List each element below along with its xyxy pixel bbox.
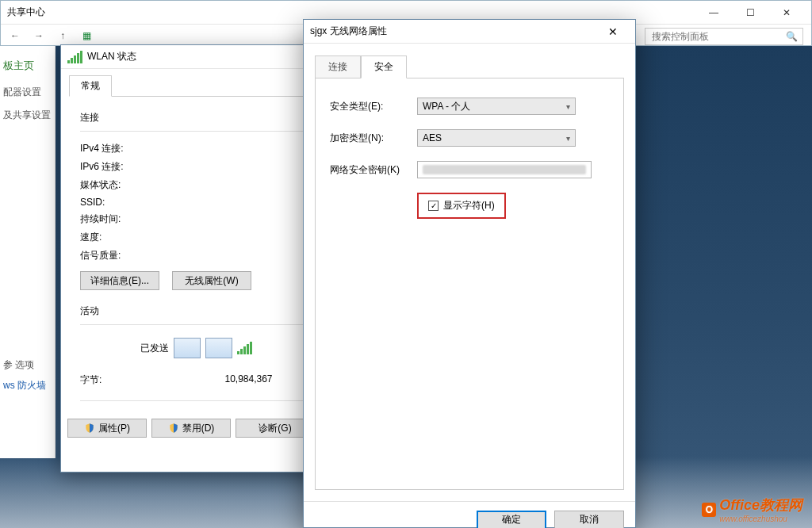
shield-icon — [84, 423, 95, 434]
wireless-properties-title: sjgx 无线网络属性 — [310, 25, 387, 38]
show-characters-highlight: ✓ 显示字符(H) — [417, 193, 506, 219]
ipv4-label: IPv4 连接: — [80, 142, 183, 155]
cancel-button[interactable]: 取消 — [554, 511, 624, 529]
security-type-value: WPA - 个人 — [423, 100, 470, 113]
chevron-down-icon: ▾ — [566, 102, 570, 111]
control-panel-title: 共享中心 — [7, 6, 45, 19]
security-type-label: 安全类型(E): — [330, 100, 417, 113]
shield-icon — [168, 423, 179, 434]
ipv6-label: IPv6 连接: — [80, 160, 183, 174]
security-type-select[interactable]: WPA - 个人 ▾ — [417, 98, 576, 115]
sidebar-header[interactable]: 板主页 — [0, 59, 55, 81]
signal-label: 信号质量: — [80, 249, 183, 262]
close-button[interactable]: ✕ — [597, 21, 629, 43]
network-key-label: 网络安全密钥(K) — [330, 163, 417, 177]
sidebar-firewall-link[interactable]: ws 防火墙 — [3, 377, 52, 395]
sidebar-related-header: 参 选项 — [3, 358, 52, 372]
show-characters-checkbox[interactable]: ✓ — [428, 201, 439, 211]
ok-button[interactable]: 确定 — [477, 511, 546, 529]
details-button[interactable]: 详细信息(E)... — [80, 271, 159, 290]
chevron-down-icon: ▾ — [566, 134, 570, 143]
watermark-sub: www.officezhushou — [719, 515, 802, 523]
security-tab-panel: 安全类型(E): WPA - 个人 ▾ 加密类型(N): AES ▾ 网络安全密… — [315, 78, 624, 490]
properties-button[interactable]: 属性(P) — [67, 419, 147, 438]
office-logo-icon: O — [702, 503, 716, 517]
activity-icon — [169, 338, 258, 358]
nav-fwd-icon[interactable]: → — [29, 26, 48, 45]
control-panel-sidebar: 板主页 配器设置 及共享设置 参 选项 ws 防火墙 — [0, 46, 56, 458]
ssid-label: SSID: — [80, 197, 183, 208]
tab-connection[interactable]: 连接 — [315, 55, 361, 78]
bytes-label: 字节: — [80, 373, 183, 387]
encryption-type-label: 加密类型(N): — [330, 132, 417, 145]
dialog-footer: 确定 取消 — [304, 501, 635, 528]
wlan-status-title: WLAN 状态 — [87, 50, 136, 63]
nav-up-icon[interactable]: ↑ — [53, 26, 72, 45]
show-characters-label: 显示字符(H) — [443, 199, 495, 212]
encryption-type-select[interactable]: AES ▾ — [417, 129, 576, 147]
disable-button[interactable]: 禁用(D) — [151, 419, 231, 438]
watermark: O Office教程网 www.officezhushou — [702, 495, 802, 523]
redacted-key — [423, 165, 586, 174]
nav-back-icon[interactable]: ← — [6, 26, 25, 45]
wireless-properties-dialog: sjgx 无线网络属性 ✕ 连接 安全 安全类型(E): WPA - 个人 ▾ … — [303, 19, 636, 528]
speed-label: 速度: — [80, 231, 183, 244]
network-key-input[interactable] — [417, 161, 592, 178]
sidebar-adapter-settings[interactable]: 配器设置 — [0, 81, 55, 104]
network-center-icon[interactable]: ▦ — [77, 26, 96, 45]
wifi-signal-icon — [67, 51, 82, 63]
wireless-properties-titlebar: sjgx 无线网络属性 ✕ — [304, 20, 635, 44]
sent-label: 已发送 — [80, 342, 169, 355]
tab-security[interactable]: 安全 — [361, 55, 407, 78]
minimize-button[interactable]: — — [695, 2, 732, 24]
encryption-type-value: AES — [423, 132, 442, 143]
control-panel-search[interactable]: 🔍 — [645, 28, 803, 45]
media-label: 媒体状态: — [80, 178, 183, 192]
close-button[interactable]: ✕ — [768, 2, 805, 24]
wireless-properties-button[interactable]: 无线属性(W) — [172, 271, 251, 290]
watermark-text: Office教程网 — [719, 497, 802, 513]
search-icon: 🔍 — [786, 31, 798, 42]
duration-label: 持续时间: — [80, 212, 183, 226]
bytes-sent-value: 10,984,367 — [183, 373, 314, 387]
sidebar-sharing-settings[interactable]: 及共享设置 — [0, 104, 55, 127]
maximize-button[interactable]: ☐ — [732, 2, 768, 24]
control-panel-search-input[interactable] — [650, 30, 786, 43]
tab-general[interactable]: 常规 — [69, 75, 112, 97]
